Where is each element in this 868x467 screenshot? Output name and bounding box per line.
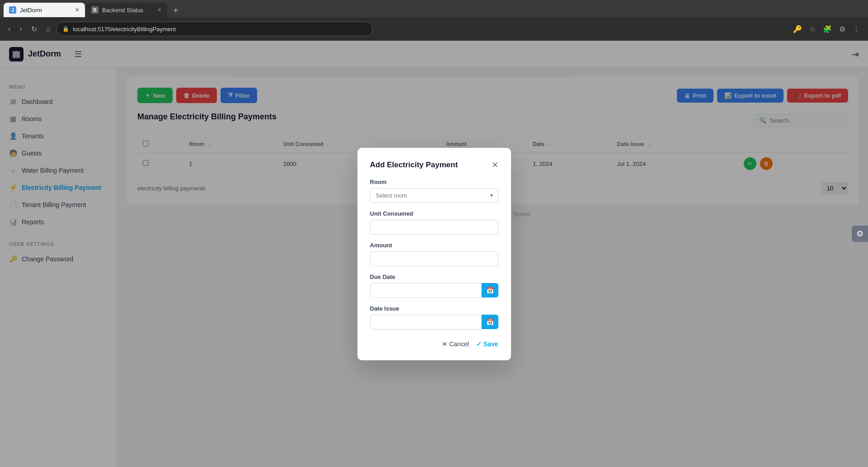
- cancel-x-icon: ✕: [442, 340, 447, 348]
- cancel-label: Cancel: [449, 340, 469, 348]
- back-btn[interactable]: ‹: [5, 23, 13, 35]
- room-form-group: Room Select room ▾: [370, 179, 498, 203]
- add-electricity-payment-modal: Add Electricity Payment ✕ Room Select ro…: [357, 148, 511, 360]
- browser-tabs: J JetDorm ✕ B Backend Status ✕ ＋: [0, 0, 868, 17]
- due-date-input-wrapper: 📅: [370, 283, 498, 298]
- save-label: Save: [483, 340, 498, 348]
- modal-overlay: Add Electricity Payment ✕ Room Select ro…: [0, 41, 868, 467]
- due-date-input[interactable]: [370, 283, 482, 298]
- tab-label: JetDorm: [20, 7, 42, 14]
- date-issue-input-wrapper: 📅: [370, 315, 498, 330]
- date-issue-label: Date Issue: [370, 305, 498, 312]
- date-issue-input[interactable]: [370, 315, 482, 330]
- more-icon[interactable]: ⋮: [850, 23, 863, 35]
- address-bar[interactable]: 🔒 localhost:5170/electricityBillingPayme…: [56, 22, 373, 36]
- room-select-wrapper: Select room ▾: [370, 188, 498, 203]
- tab-icon-2: B: [91, 6, 99, 14]
- lock-icon: 🔒: [62, 26, 69, 32]
- modal-title: Add Electricity Payment: [370, 160, 458, 170]
- room-select[interactable]: Select room: [370, 188, 498, 203]
- refresh-btn[interactable]: ↻: [28, 23, 40, 35]
- amount-label: Amount: [370, 242, 498, 249]
- browser-tab-active[interactable]: J JetDorm ✕: [4, 3, 85, 17]
- url-text: localhost:5170/electricityBillingPayment: [73, 26, 176, 33]
- save-button[interactable]: ✓ Save: [476, 340, 498, 348]
- star-icon[interactable]: ☆: [807, 23, 818, 35]
- date-issue-form-group: Date Issue 📅: [370, 305, 498, 330]
- due-date-label: Due Date: [370, 274, 498, 280]
- settings-icon[interactable]: ⚙: [836, 23, 848, 35]
- forward-btn[interactable]: ›: [17, 23, 24, 35]
- save-check-icon: ✓: [476, 340, 482, 348]
- extensions-icon[interactable]: 🧩: [820, 23, 835, 35]
- browser-toolbar: ‹ › ↻ ⌂ 🔒 localhost:5170/electricityBill…: [0, 17, 868, 41]
- room-label: Room: [370, 179, 498, 185]
- amount-form-group: Amount: [370, 242, 498, 266]
- amount-input[interactable]: [370, 251, 498, 266]
- passwords-icon[interactable]: 🔑: [790, 23, 805, 35]
- unit-consumed-form-group: Unit Consumed: [370, 210, 498, 235]
- browser-toolbar-icons: 🔑 ☆ 🧩 ⚙ ⋮: [790, 23, 863, 35]
- new-tab-btn[interactable]: ＋: [168, 3, 183, 17]
- cancel-button[interactable]: ✕ Cancel: [442, 340, 469, 348]
- modal-close-btn[interactable]: ✕: [492, 161, 498, 169]
- tab-close-btn-2[interactable]: ✕: [157, 7, 162, 13]
- unit-consumed-label: Unit Consumed: [370, 210, 498, 217]
- tab-close-btn[interactable]: ✕: [75, 7, 80, 13]
- settings-fab[interactable]: ⚙: [852, 226, 868, 242]
- browser-chrome: J JetDorm ✕ B Backend Status ✕ ＋ ‹ › ↻ ⌂…: [0, 0, 868, 41]
- due-date-form-group: Due Date 📅: [370, 274, 498, 298]
- home-btn[interactable]: ⌂: [43, 23, 53, 35]
- tab-label-2: Backend Status: [102, 7, 143, 14]
- due-date-calendar-btn[interactable]: 📅: [482, 283, 498, 297]
- unit-consumed-input[interactable]: [370, 220, 498, 235]
- modal-footer: ✕ Cancel ✓ Save: [370, 340, 498, 348]
- browser-tab-inactive[interactable]: B Backend Status ✕: [86, 3, 167, 17]
- date-issue-calendar-btn[interactable]: 📅: [482, 315, 498, 329]
- modal-header: Add Electricity Payment ✕: [370, 160, 498, 170]
- tab-icon: J: [9, 6, 16, 14]
